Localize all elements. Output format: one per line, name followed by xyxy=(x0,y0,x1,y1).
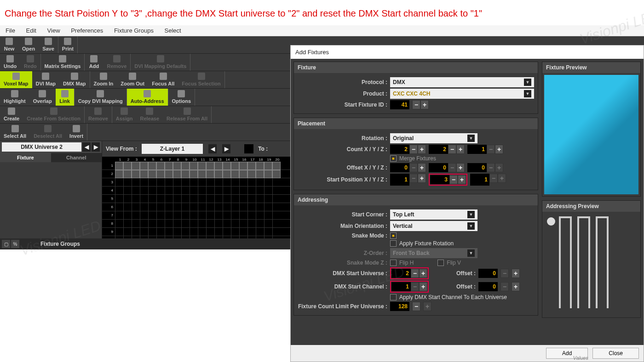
tool-copy-dvi[interactable]: Copy DVI Mapping xyxy=(75,89,126,106)
fixture-limit-input[interactable] xyxy=(390,302,409,311)
color-swatch[interactable] xyxy=(244,144,253,153)
apply-rotation-check[interactable] xyxy=(390,240,397,247)
product-select[interactable]: CXC CXC 4CH▼ xyxy=(390,89,534,99)
snake-mode-check[interactable] xyxy=(390,232,397,239)
dmx-univ-minus[interactable]: − xyxy=(411,269,419,278)
limit-minus[interactable]: − xyxy=(412,302,420,311)
start-id-minus[interactable]: − xyxy=(412,100,420,109)
to-label: To : xyxy=(258,146,268,152)
count-x-minus[interactable]: − xyxy=(409,145,418,154)
start-corner-label: Start Corner : xyxy=(298,211,387,218)
tool-dmx-map[interactable]: DMX Map xyxy=(59,71,90,88)
protocol-select[interactable]: DMX▼ xyxy=(390,77,534,87)
snake-mode-z-label: Snake Mode Z : xyxy=(298,260,387,266)
tool-focus-all[interactable]: Focus All xyxy=(148,71,178,88)
offset-y-minus[interactable]: − xyxy=(448,163,456,172)
tool-matrix-settings[interactable]: Matrix Settings xyxy=(41,54,85,71)
menu-preferences[interactable]: Preferences xyxy=(71,27,103,34)
tool-add[interactable]: Add xyxy=(85,54,103,71)
layer-next-button[interactable]: ▶ xyxy=(222,144,230,153)
fg-btn-1[interactable]: ▢ xyxy=(2,240,10,248)
rotation-select[interactable]: Original▼ xyxy=(390,133,477,143)
close-button[interactable]: Close xyxy=(592,348,639,359)
merge-fixtures-check[interactable] xyxy=(390,155,397,162)
tool-release-all: Release From All xyxy=(163,106,211,123)
count-y-plus[interactable]: + xyxy=(456,145,465,154)
menu-fixture-groups[interactable]: Fixture Groups xyxy=(114,27,154,34)
dmx-chan-minus[interactable]: − xyxy=(411,282,419,291)
count-y-input[interactable] xyxy=(429,145,448,154)
offset-channel-input[interactable] xyxy=(478,282,498,291)
apply-each-universe-check[interactable] xyxy=(390,294,397,300)
menu-select[interactable]: Select xyxy=(165,27,181,34)
dialog-title: Add Fixtures xyxy=(291,45,644,59)
sp-z-minus[interactable]: − xyxy=(489,174,498,183)
universe-next-button[interactable]: ▶ xyxy=(92,142,100,152)
main-orientation-select[interactable]: Vertical▼ xyxy=(390,221,477,231)
start-position-label: Start Position X / Y / Z : xyxy=(298,176,387,183)
sp-x-plus[interactable]: + xyxy=(418,174,426,183)
startpos-z-input[interactable] xyxy=(470,174,489,186)
count-x-input[interactable] xyxy=(390,145,409,154)
start-corner-select[interactable]: Top Left▼ xyxy=(390,209,477,220)
dmx-univ-plus[interactable]: + xyxy=(419,269,427,278)
count-z-minus[interactable]: − xyxy=(487,145,495,154)
offset-y-input[interactable] xyxy=(429,163,448,172)
tool-zoom-out[interactable]: Zoom Out xyxy=(117,71,148,88)
fg-btn-2[interactable]: % xyxy=(11,240,19,248)
offset-y-plus[interactable]: + xyxy=(456,163,465,172)
layer-prev-button[interactable]: ◀ xyxy=(208,144,217,153)
offset-z-input[interactable] xyxy=(467,163,487,172)
offset-u-plus[interactable]: + xyxy=(512,269,520,278)
offset-c-minus[interactable]: − xyxy=(500,282,509,291)
dmx-start-channel-input[interactable] xyxy=(391,282,411,291)
sp-y-minus[interactable]: − xyxy=(449,175,458,184)
tool-new[interactable]: New xyxy=(0,36,18,53)
startpos-y-input[interactable] xyxy=(430,175,449,184)
tool-options[interactable]: Options xyxy=(168,89,195,106)
tool-open[interactable]: Open xyxy=(18,36,39,53)
universe-prev-button[interactable]: ◀ xyxy=(82,142,91,152)
layer-select[interactable]: Z-Layer 1 xyxy=(142,144,203,154)
limit-plus[interactable]: + xyxy=(423,302,431,311)
menu-file[interactable]: File xyxy=(6,27,15,34)
offset-u-minus[interactable]: − xyxy=(500,269,509,278)
sp-z-plus[interactable]: + xyxy=(498,174,506,183)
tool-dvi-map[interactable]: DVI Map xyxy=(32,71,59,88)
tool-auto-address[interactable]: Auto-Address xyxy=(127,89,168,106)
offset-x-minus[interactable]: − xyxy=(409,163,418,172)
sp-x-minus[interactable]: − xyxy=(409,174,418,183)
start-fixture-id-input[interactable] xyxy=(390,100,409,109)
tool-select-all[interactable]: Select All xyxy=(0,124,30,141)
start-id-plus[interactable]: + xyxy=(420,100,429,109)
count-y-minus[interactable]: − xyxy=(448,145,456,154)
offset-c-plus[interactable]: + xyxy=(512,282,520,291)
tool-redo: Redo xyxy=(20,54,40,71)
menu-edit[interactable]: Edit xyxy=(26,27,36,34)
sp-y-plus[interactable]: + xyxy=(458,175,466,184)
offset-z-plus[interactable]: + xyxy=(495,163,503,172)
dmx-start-universe-input[interactable] xyxy=(391,269,411,278)
tool-zoom-in[interactable]: Zoom In xyxy=(90,71,117,88)
offset-x-plus[interactable]: + xyxy=(418,163,426,172)
offset-universe-input[interactable] xyxy=(478,269,498,278)
count-x-plus[interactable]: + xyxy=(418,145,426,154)
offset-x-input[interactable] xyxy=(390,163,409,172)
startpos-x-input[interactable] xyxy=(390,174,409,186)
count-z-plus[interactable]: + xyxy=(495,145,503,154)
count-z-input[interactable] xyxy=(467,145,487,154)
tool-undo[interactable]: Undo xyxy=(0,54,20,71)
menu-view[interactable]: View xyxy=(47,27,60,34)
tool-overlap[interactable]: Overlap xyxy=(29,89,56,106)
tool-invert[interactable]: Invert xyxy=(66,124,87,141)
tool-print[interactable]: Print xyxy=(58,36,77,53)
dmx-chan-plus[interactable]: + xyxy=(419,282,427,291)
offset-z-minus[interactable]: − xyxy=(487,163,495,172)
tool-save[interactable]: Save xyxy=(39,36,58,53)
tool-create[interactable]: Create xyxy=(0,106,23,123)
tab-fixture[interactable]: Fixture xyxy=(0,153,51,162)
tool-highlight[interactable]: Highlight xyxy=(0,89,29,106)
tool-voxel-map[interactable]: Voxel Map xyxy=(0,71,32,88)
tab-channel[interactable]: Channel xyxy=(51,153,102,162)
tool-link[interactable]: Link xyxy=(56,89,74,106)
